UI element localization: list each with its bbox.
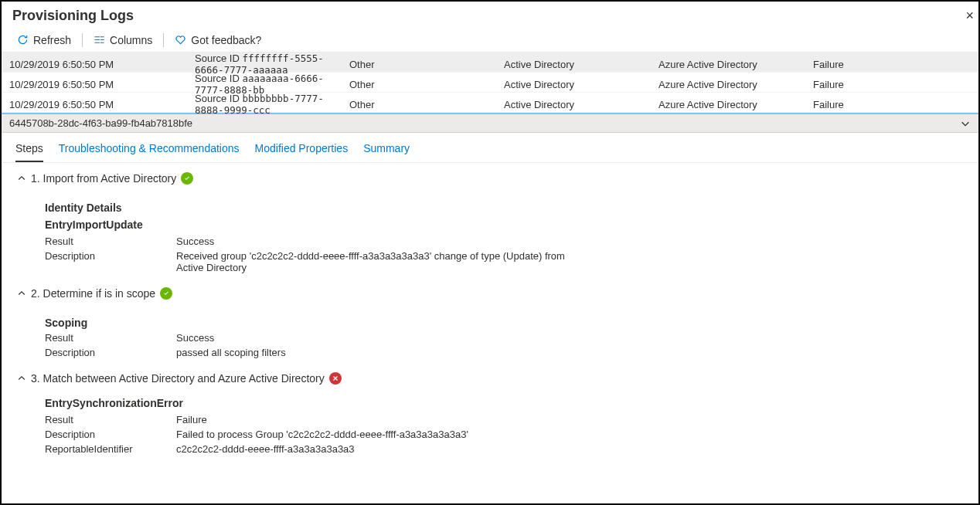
kv-value: c2c2c2c2-dddd-eeee-ffff-a3a3a3a3a3a3: [176, 443, 578, 455]
log-row[interactable]: 10/29/2019 6:50:50 PMSource ID bbbbbbbb-…: [2, 93, 978, 113]
cell-time: 10/29/2019 6:50:50 PM: [9, 79, 195, 90]
cell-source: Active Directory: [504, 79, 658, 90]
refresh-label: Refresh: [33, 34, 71, 46]
steps-panel: 1. Import from Active DirectoryIdentity …: [2, 163, 978, 459]
tab-steps[interactable]: Steps: [15, 139, 43, 162]
columns-label: Columns: [110, 34, 152, 46]
step-block: 3. Match between Active Directory and Az…: [2, 363, 978, 459]
kv-value: Failure: [176, 414, 578, 425]
tab-troubleshooting[interactable]: Troubleshooting & Recommendations: [59, 139, 240, 162]
kv-value: Success: [176, 236, 578, 247]
step-header[interactable]: 3. Match between Active Directory and Az…: [17, 372, 963, 385]
cell-target: Azure Active Directory: [658, 99, 813, 110]
step-header[interactable]: 1. Import from Active Directory: [17, 172, 963, 185]
kv-key: Result: [45, 332, 176, 344]
chevron-up-icon: [17, 289, 26, 298]
kv-key: Result: [45, 236, 176, 247]
refresh-icon: [17, 34, 29, 46]
kv-row: ResultSuccess: [45, 330, 963, 345]
step-title: 1. Import from Active Directory: [31, 172, 176, 185]
kv-key: Description: [45, 429, 176, 440]
kv-key: ReportableIdentifier: [45, 443, 176, 455]
refresh-button[interactable]: Refresh: [12, 31, 76, 49]
kv-row: ReportableIdentifierc2c2c2c2-dddd-eeee-f…: [45, 442, 963, 456]
section-heading: Identity Details: [45, 202, 963, 214]
columns-button[interactable]: Columns: [89, 31, 157, 49]
success-icon: [160, 287, 172, 300]
section-subheading: EntryImportUpdate: [45, 219, 963, 231]
kv-key: Result: [45, 414, 176, 425]
chevron-down-icon[interactable]: [960, 118, 971, 129]
toolbar: Refresh Columns Got feedback?: [2, 28, 978, 53]
cell-source: Active Directory: [504, 99, 658, 110]
feedback-label: Got feedback?: [191, 34, 261, 46]
kv-value: Received group 'c2c2c2c2-dddd-eeee-ffff-…: [176, 250, 578, 273]
cell-type: Other: [349, 79, 504, 90]
section-heading: Scoping: [45, 317, 963, 329]
kv-key: Description: [45, 250, 176, 273]
cell-target: Azure Active Directory: [658, 59, 813, 70]
tab-modified-properties[interactable]: Modified Properties: [255, 139, 349, 162]
step-title: 2. Determine if is in scope: [31, 287, 155, 300]
detail-header[interactable]: 6445708b-28dc-4f63-ba99-fb4ab7818bfe: [2, 114, 978, 133]
heart-icon: [175, 34, 186, 46]
kv-value: Failed to process Group 'c2c2c2c2-dddd-e…: [176, 429, 578, 440]
cell-type: Other: [349, 99, 504, 110]
separator: [163, 33, 164, 47]
cell-target: Azure Active Directory: [658, 79, 813, 90]
step-title: 3. Match between Active Directory and Az…: [31, 372, 325, 385]
cell-time: 10/29/2019 6:50:50 PM: [9, 59, 195, 70]
cell-type: Other: [349, 59, 504, 70]
columns-icon: [94, 34, 105, 46]
tab-summary[interactable]: Summary: [363, 139, 410, 162]
error-icon: [329, 372, 342, 385]
step-header[interactable]: 2. Determine if is in scope: [17, 287, 963, 300]
feedback-button[interactable]: Got feedback?: [170, 31, 266, 49]
cell-status: Failure: [813, 99, 971, 110]
kv-row: ResultSuccess: [45, 234, 963, 249]
cell-status: Failure: [813, 59, 971, 70]
step-section: Identity DetailsEntryImportUpdateResultS…: [17, 185, 963, 275]
log-row[interactable]: 10/29/2019 6:50:50 PMSource ID ffffffff-…: [2, 53, 978, 73]
success-icon: [181, 172, 193, 185]
chevron-up-icon: [17, 174, 26, 183]
step-section: ScopingResultSuccessDescriptionpassed al…: [17, 300, 963, 360]
cell-time: 10/29/2019 6:50:50 PM: [9, 99, 195, 110]
step-block: 2. Determine if is in scopeScopingResult…: [2, 278, 978, 363]
kv-row: ResultFailure: [45, 412, 963, 427]
chevron-up-icon: [17, 374, 26, 383]
kv-row: DescriptionReceived group 'c2c2c2c2-dddd…: [45, 249, 963, 275]
kv-row: Descriptionpassed all scoping filters: [45, 345, 963, 360]
log-row[interactable]: 10/29/2019 6:50:50 PMSource ID aaaaaaaa-…: [2, 73, 978, 93]
step-block: 1. Import from Active DirectoryIdentity …: [2, 163, 978, 278]
cell-status: Failure: [813, 79, 971, 90]
kv-value: passed all scoping filters: [176, 347, 578, 358]
step-section: EntrySynchronizationErrorResultFailureDe…: [17, 385, 963, 456]
page-title: Provisioning Logs: [12, 8, 965, 24]
kv-row: DescriptionFailed to process Group 'c2c2…: [45, 427, 963, 442]
section-subheading: EntrySynchronizationError: [45, 397, 963, 409]
close-icon[interactable]: ×: [965, 8, 974, 22]
cell-source-id: Source ID bbbbbbbb-7777-8888-9999-ccc: [195, 93, 349, 116]
kv-key: Description: [45, 347, 176, 358]
detail-tabs: Steps Troubleshooting & Recommendations …: [2, 133, 978, 163]
separator: [82, 33, 83, 47]
kv-value: Success: [176, 332, 578, 344]
log-grid: 10/29/2019 6:50:50 PMSource ID ffffffff-…: [2, 53, 978, 113]
detail-id: 6445708b-28dc-4f63-ba99-fb4ab7818bfe: [9, 117, 192, 129]
cell-source: Active Directory: [504, 59, 658, 70]
